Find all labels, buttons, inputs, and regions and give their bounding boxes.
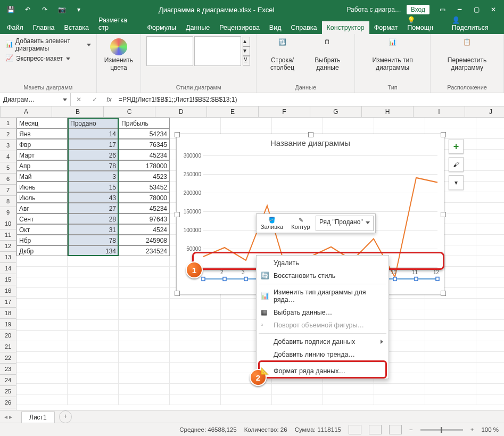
cell[interactable] xyxy=(476,245,504,256)
cell[interactable] xyxy=(476,171,504,182)
cell[interactable] xyxy=(16,256,68,267)
cell[interactable] xyxy=(425,363,476,373)
cell[interactable] xyxy=(68,373,119,384)
cell[interactable] xyxy=(425,341,476,352)
cell[interactable] xyxy=(119,394,170,405)
cell[interactable] xyxy=(170,394,221,405)
row-header[interactable]: 13 xyxy=(0,252,16,263)
cell[interactable] xyxy=(119,331,170,341)
cell[interactable]: 234524 xyxy=(119,245,170,256)
tab-file[interactable]: Файл xyxy=(2,21,28,34)
quick-layout-button[interactable]: 📈Экспресс-макет xyxy=(5,53,91,64)
column-header[interactable]: A xyxy=(1,106,52,117)
cell[interactable]: 97643 xyxy=(119,213,170,224)
tab-formulas[interactable]: Формулы xyxy=(143,21,181,34)
cell[interactable] xyxy=(170,384,221,394)
row-header[interactable]: 17 xyxy=(0,297,16,308)
share-button[interactable]: 👤 Поделиться xyxy=(447,13,502,34)
chart-styles-button[interactable]: 🖌 xyxy=(449,157,464,172)
ctx-add-data-labels[interactable]: Добавить подписи данных xyxy=(257,335,389,348)
row-header[interactable]: 2 xyxy=(0,129,16,140)
cell[interactable] xyxy=(119,299,170,309)
tab-home[interactable]: Главна xyxy=(28,21,60,34)
cell[interactable] xyxy=(68,309,119,320)
cell[interactable] xyxy=(425,373,476,384)
cell[interactable] xyxy=(68,267,119,277)
cell[interactable] xyxy=(425,384,476,394)
cell[interactable] xyxy=(476,288,504,299)
cell[interactable] xyxy=(425,299,476,309)
cell[interactable] xyxy=(16,277,68,288)
cell[interactable] xyxy=(323,384,374,394)
cell[interactable] xyxy=(68,288,119,299)
resize-handle[interactable] xyxy=(441,212,446,217)
cell[interactable]: Апр xyxy=(16,160,68,171)
view-page-break-button[interactable] xyxy=(389,425,402,434)
chart-elements-button[interactable]: + xyxy=(449,139,464,154)
cell[interactable] xyxy=(119,267,170,277)
cell[interactable]: 45234 xyxy=(119,150,170,160)
cell[interactable]: 54234 xyxy=(119,128,170,139)
resize-handle[interactable] xyxy=(175,212,180,217)
row-header[interactable]: 11 xyxy=(0,229,16,241)
switch-row-column-button[interactable]: 🔃Строка/столбец xyxy=(262,36,303,73)
cell[interactable] xyxy=(68,384,119,394)
cell[interactable] xyxy=(476,160,504,171)
new-sheet-button[interactable]: + xyxy=(59,410,72,423)
gallery-more-icon[interactable]: ⊻ xyxy=(243,56,250,65)
row-header[interactable]: 18 xyxy=(0,308,16,319)
cell[interactable] xyxy=(425,331,476,341)
gallery-up-icon[interactable]: ▴ xyxy=(243,37,250,46)
cell[interactable] xyxy=(68,352,119,363)
row-header[interactable]: 1 xyxy=(0,118,16,129)
resize-handle[interactable] xyxy=(441,291,446,296)
row-header[interactable]: 24 xyxy=(0,375,16,386)
cell[interactable] xyxy=(170,299,221,309)
row-header[interactable]: 4 xyxy=(0,151,16,162)
tab-view[interactable]: Вид xyxy=(265,21,286,34)
cell[interactable] xyxy=(170,309,221,320)
cell[interactable] xyxy=(272,118,323,128)
cell[interactable] xyxy=(16,267,68,277)
cell[interactable] xyxy=(476,277,504,288)
cell[interactable] xyxy=(16,373,68,384)
cell[interactable]: Май xyxy=(16,171,68,182)
cell[interactable]: Дкбр xyxy=(16,245,68,256)
cell[interactable] xyxy=(272,384,323,394)
row-header[interactable]: 25 xyxy=(0,386,16,397)
row-header[interactable]: 5 xyxy=(0,162,16,174)
cell[interactable]: Июль xyxy=(16,192,68,203)
cell[interactable] xyxy=(16,352,68,363)
row-header[interactable]: 6 xyxy=(0,174,16,185)
cell[interactable]: Сент xyxy=(16,213,68,224)
cell[interactable] xyxy=(425,118,476,128)
name-box[interactable]: Диаграм… xyxy=(0,93,71,106)
camera-icon[interactable]: 📷 xyxy=(54,2,69,17)
column-header[interactable]: D xyxy=(155,106,207,117)
cell[interactable] xyxy=(476,150,504,160)
add-chart-element-button[interactable]: 📊Добавить элемент диаграммы xyxy=(5,36,91,53)
cell[interactable] xyxy=(476,341,504,352)
cell[interactable] xyxy=(119,373,170,384)
qat-dropdown-icon[interactable]: ▾ xyxy=(71,2,86,17)
change-chart-type-button[interactable]: 📊Изменить тип диаграммы xyxy=(360,36,425,73)
view-page-layout-button[interactable] xyxy=(369,425,382,434)
cell[interactable] xyxy=(170,363,221,373)
cell[interactable] xyxy=(476,192,504,203)
cell[interactable] xyxy=(16,288,68,299)
cell[interactable]: Авг xyxy=(16,203,68,213)
row-header[interactable]: 23 xyxy=(0,364,16,375)
ctx-select-data[interactable]: ▦Выбрать данные… xyxy=(257,306,389,319)
cell[interactable] xyxy=(68,331,119,341)
cell[interactable] xyxy=(221,394,272,405)
ctx-delete[interactable]: Удалить xyxy=(257,257,389,269)
cell[interactable]: 245908 xyxy=(119,235,170,245)
cell[interactable] xyxy=(374,384,425,394)
zoom-level[interactable]: 100 % xyxy=(481,426,499,433)
cell[interactable] xyxy=(476,267,504,277)
zoom-slider[interactable] xyxy=(420,429,463,431)
gallery-down-icon[interactable]: ▾ xyxy=(243,46,250,56)
mini-outline-button[interactable]: ✎Контур xyxy=(287,216,315,231)
chart-styles-gallery[interactable]: ▴ ▾ ⊻ xyxy=(146,36,251,66)
cell[interactable] xyxy=(170,373,221,384)
